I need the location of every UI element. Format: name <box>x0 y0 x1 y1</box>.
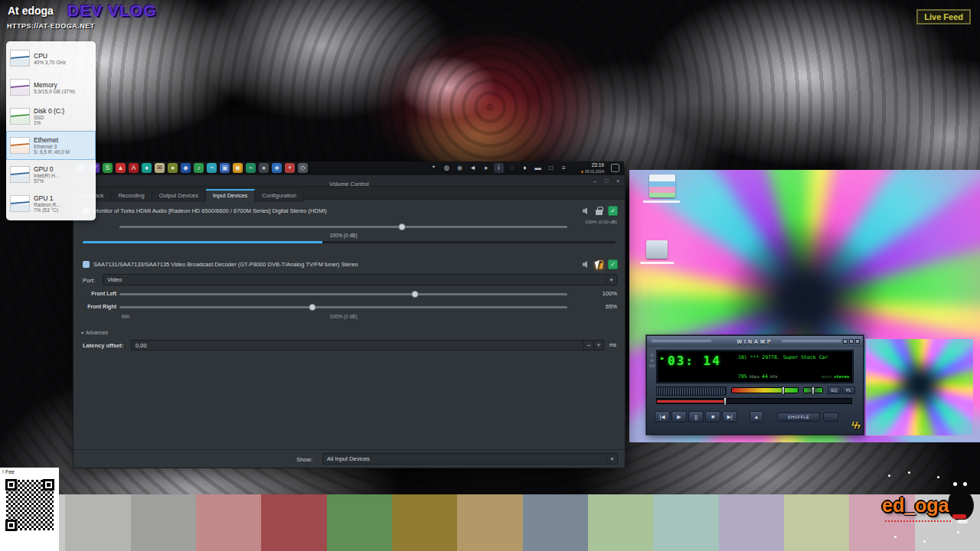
tray-icon[interactable]: ◆ <box>181 163 191 173</box>
set-default-button[interactable]: ✓ <box>608 206 618 216</box>
gpu1-graph <box>10 195 30 212</box>
tray-icon[interactable]: ◌ <box>507 163 517 173</box>
channel-label: Front Left <box>80 291 116 296</box>
tray-icon[interactable]: ♪ <box>194 163 204 173</box>
tray-icon[interactable]: ▬ <box>533 163 543 173</box>
color-bar <box>523 494 588 551</box>
monitor-item-gpu0[interactable]: GPU 0Intel(R) H...57% <box>6 160 96 189</box>
shuffle-button[interactable]: SHUFFLE <box>777 412 820 422</box>
tray-icon[interactable]: ● <box>481 163 491 173</box>
clock-date: 09.01.2024 <box>585 169 604 174</box>
tray-icon[interactable]: ◄ <box>468 163 478 173</box>
tray-icon[interactable]: ▲ <box>116 163 126 173</box>
tray-icon[interactable]: S <box>103 163 113 173</box>
disk-graph <box>10 108 30 125</box>
slider-handle[interactable] <box>398 223 405 230</box>
mute-icon[interactable] <box>582 207 590 215</box>
screen: WINAMP OAIDV ▶ 03: 14 10) *** 29778. Sup… <box>0 0 980 551</box>
minimize-button[interactable]: – <box>591 178 599 184</box>
repeat-button[interactable] <box>823 412 838 422</box>
monitor-item-gpu1[interactable]: GPU 1Radeon R...7% (53 °C) <box>6 189 96 218</box>
channel-volume-slider[interactable] <box>119 306 567 308</box>
monitor-item-ethernet[interactable]: EthernetEthernet 3S: 6,5 R: 49,0 M <box>6 131 96 160</box>
tray-icon[interactable]: * <box>429 163 439 173</box>
tray-icons-right: *◎◉◄●i◌♦▬□≡ <box>429 163 569 173</box>
tray-icon[interactable]: ◈ <box>272 163 282 173</box>
device-icon <box>83 261 90 268</box>
panel-toggle-icon[interactable] <box>611 164 619 172</box>
pause-button[interactable]: || <box>688 411 704 422</box>
stop-button[interactable]: ■ <box>705 411 720 422</box>
tray-icon[interactable]: + <box>285 163 295 173</box>
scale-center-label: 100% (0 dB) <box>119 314 567 319</box>
tray-icon[interactable]: ♦ <box>520 163 530 173</box>
monitor-item-memory[interactable]: Memory5,9/15,9 GB (37%) <box>6 73 96 102</box>
tray-icon[interactable]: ▣ <box>220 163 230 173</box>
tray-icon[interactable]: ◎ <box>442 163 452 173</box>
slider-handle[interactable] <box>412 291 419 298</box>
eject-button[interactable]: ▲ <box>750 411 763 422</box>
set-default-button[interactable]: ✓ <box>608 259 618 269</box>
channel-value: 100% <box>585 290 617 297</box>
gpu0-graph <box>10 166 30 183</box>
tray-icon[interactable]: ● <box>259 163 269 173</box>
latency-spinbox[interactable]: 0,00 − + <box>131 340 604 350</box>
balance-slider[interactable] <box>803 387 823 393</box>
advanced-expander[interactable]: ▾Advanced <box>81 330 108 335</box>
visualizer-thumbnail <box>865 338 974 436</box>
winamp-lightning-icon: ϟϟ <box>851 419 859 431</box>
stereo-indicator: stereo <box>834 374 849 379</box>
tray-icon[interactable]: ✉ <box>155 163 165 173</box>
window-titlebar[interactable]: Volume Control – □ × <box>74 175 625 187</box>
volume-slider[interactable] <box>731 387 799 393</box>
winamp-titlebar[interactable]: WINAMP <box>647 336 863 347</box>
tray-icon[interactable]: ≡ <box>559 163 569 173</box>
tray-icon[interactable]: □ <box>546 163 556 173</box>
tray-icon[interactable]: ◉ <box>455 163 465 173</box>
close-button[interactable]: × <box>614 178 622 184</box>
sparkle-decor <box>888 474 890 477</box>
winamp-window-buttons[interactable] <box>843 339 860 344</box>
mute-icon[interactable] <box>582 260 590 269</box>
lock-channels-icon[interactable] <box>596 210 603 215</box>
eq-button[interactable]: EQ <box>828 386 841 394</box>
monitor-item-cpu[interactable]: CPU40% 3,70 GHz <box>6 44 96 73</box>
show-filter-dropdown[interactable]: All Input Devices ▾ <box>322 453 618 465</box>
dropdown-arrow-icon: ▾ <box>606 277 616 283</box>
feed-note: ! Fee <box>2 469 57 474</box>
spin-increase-button[interactable]: + <box>593 341 603 350</box>
tray-icon[interactable]: ~ <box>207 163 217 173</box>
stream-title: DEV VLOG <box>67 2 157 20</box>
color-bar <box>784 494 849 551</box>
slider-handle[interactable] <box>309 304 315 311</box>
taskbar: ◎VS▲A●✉●◆♪~▣◉≈●◈+◇ *◎◉◄●i◌♦▬□≡ 23:19 09.… <box>73 161 624 174</box>
tray-icon[interactable]: A <box>129 163 139 173</box>
tray-icon[interactable]: ≈ <box>246 163 256 173</box>
qr-panel: ! Fee <box>0 468 59 551</box>
tray-icon[interactable]: ● <box>168 163 178 173</box>
maximize-button[interactable]: □ <box>603 178 610 184</box>
port-dropdown[interactable]: Video ▾ <box>103 274 617 285</box>
tray-icon[interactable]: i <box>494 163 504 173</box>
qr-finder-icon <box>5 479 17 491</box>
device-volume-slider[interactable] <box>119 226 567 228</box>
spin-decrease-button[interactable]: − <box>583 341 593 350</box>
tray-icon[interactable]: ◉ <box>233 163 243 173</box>
playlist-button[interactable]: PL <box>842 386 855 394</box>
color-bar <box>196 494 261 551</box>
expander-arrow-icon: ▾ <box>81 331 83 335</box>
channel-volume-slider[interactable] <box>119 293 567 295</box>
taskbar-clock[interactable]: 23:19 09.01.2024 <box>581 163 604 174</box>
play-button[interactable]: ▶ <box>671 411 687 422</box>
previous-button[interactable]: |◀ <box>655 411 670 422</box>
seek-slider[interactable] <box>656 398 852 404</box>
logo-subtext-decor <box>885 520 951 522</box>
tray-icon[interactable]: ● <box>142 163 152 173</box>
winamp-clutterbar[interactable]: OAIDV <box>649 353 655 369</box>
desktop-icon[interactable] <box>649 174 675 197</box>
tray-icon[interactable]: ◇ <box>298 163 308 173</box>
desktop-icon[interactable] <box>646 240 668 259</box>
dropdown-arrow-icon: ▾ <box>606 456 617 462</box>
next-button[interactable]: ▶| <box>722 411 737 422</box>
monitor-item-disk[interactable]: Disk 0 (C:)SSD1% <box>6 102 96 131</box>
